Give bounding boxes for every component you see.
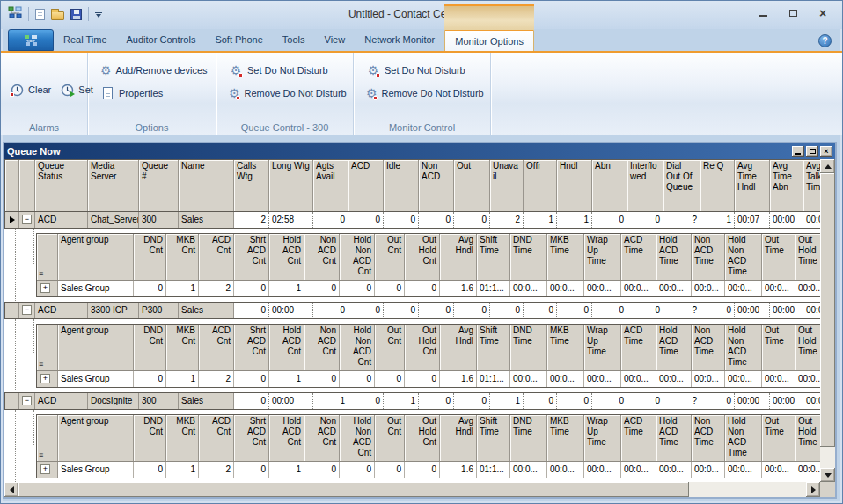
agent-cell-wrap-up-time[interactable]: 00:0... [584,281,621,296]
agent-column-header-out-hold-time[interactable]: Out Hold Time [795,415,820,461]
agent-name-cell[interactable]: Sales Group [58,371,134,387]
collapse-icon[interactable]: − [22,396,32,405]
agent-column-header-non-acd-cnt[interactable]: Non ACD Cnt [304,415,340,461]
agent-cell-out-hold-time[interactable]: 00:0... [795,462,820,478]
queue-remove-dnd-button[interactable]: ⚙ Remove Do Not Disturb [229,86,344,100]
agent-cell-hold-acd-cnt[interactable]: 1 [269,462,304,478]
agent-cell-out-hold-cnt[interactable]: 0 [405,281,440,296]
agent-row[interactable]: +Sales Group0120100001.601:1...00:0...00… [37,280,820,296]
column-header-avg-time-hndl[interactable]: Avg Time Hndl [735,160,770,211]
column-header-non-acd[interactable]: Non ACD [419,160,454,211]
queue-cell-long-wtg[interactable]: 00:00 [269,303,313,318]
queue-cell-offr[interactable]: 0 [524,393,557,409]
queue-cell-hndl[interactable]: 0 [557,303,592,318]
expand-icon[interactable]: + [40,283,50,293]
queue-cell-name[interactable]: Sales [179,303,234,318]
column-header-hndl[interactable]: Hndl [557,160,592,211]
agent-selector-header[interactable]: ≡ [37,234,58,280]
queue-cell-re-q[interactable]: 0 [700,393,735,409]
column-header-queue[interactable]: Queue # [139,160,179,211]
column-header-offr[interactable]: Offr [524,160,557,211]
column-header-queue-status[interactable]: Queue Status [35,160,88,211]
agent-column-header-hold-acd-time[interactable]: Hold ACD Time [656,234,692,280]
agent-column-header-mkb-time[interactable]: MKB Time [547,234,584,280]
monitor-set-dnd-button[interactable]: ⚙ Set Do Not Disturb [366,63,481,77]
queue-cell-unavail[interactable]: 2 [490,212,524,228]
agent-cell-shift-time[interactable]: 01:1... [477,281,510,296]
horizontal-scrollbar[interactable] [4,482,820,497]
agent-cell-acd-time[interactable]: 00:0... [621,462,656,478]
agent-column-header-agent-group[interactable]: Agent group [58,234,134,280]
agent-column-header-dnd-time[interactable]: DND Time [510,325,547,370]
queue-cell-non-acd[interactable]: 0 [419,393,454,409]
queue-cell-queue[interactable]: 300 [139,393,179,409]
agent-selector-header[interactable]: ≡ [37,415,58,461]
agent-column-header-non-acd-time[interactable]: Non ACD Time [692,325,725,370]
agent-column-header-out-hold-cnt[interactable]: Out Hold Cnt [405,234,440,280]
queue-row[interactable]: −ACD3300 ICPP300Sales000:000000000000?00… [4,302,820,319]
queue-cell-avg-talk-time[interactable]: 00:00 [803,393,820,409]
queue-cell-media-server[interactable]: DocsIgnite [88,393,139,409]
column-header-unavail[interactable]: Unavail [490,160,524,211]
agent-cell-acd-cnt[interactable]: 2 [199,462,234,478]
queue-cell-media-server[interactable]: 3300 ICP [88,303,139,318]
vertical-scrollbar[interactable] [820,159,835,482]
agent-row[interactable]: +Sales Group0120100001.601:1...00:0...00… [37,461,820,478]
agent-column-header-dnd-time[interactable]: DND Time [510,415,547,461]
agent-cell-non-acd-cnt[interactable]: 0 [304,462,340,478]
scroll-up-button[interactable] [820,159,835,173]
agent-selector-header[interactable]: ≡ [37,325,58,370]
queue-now-titlebar[interactable]: Queue Now × [4,143,835,159]
queue-cell-re-q[interactable]: 0 [700,303,735,318]
column-header-interflowed[interactable]: Interflowed [627,160,663,211]
agent-column-header-hold-non-acd-cnt[interactable]: Hold Non ACD Cnt [340,415,375,461]
agent-column-header-out-hold-cnt[interactable]: Out Hold Cnt [405,325,440,370]
agent-column-header-hold-acd-time[interactable]: Hold ACD Time [656,415,692,461]
agent-cell-dnd-cnt[interactable]: 0 [134,462,166,478]
agent-column-header-dnd-cnt[interactable]: DND Cnt [134,325,166,370]
agent-column-header-out-cnt[interactable]: Out Cnt [375,234,405,280]
queue-cell-calls-wtg[interactable]: 0 [234,393,269,409]
agent-column-header-avg-hndl[interactable]: Avg Hndl [440,234,477,280]
agent-cell-acd-time[interactable]: 00:0... [621,281,656,296]
queue-cell-agts-avail[interactable]: 0 [313,212,348,228]
collapse-icon[interactable]: − [22,305,32,315]
column-header-calls-wtg[interactable]: Calls Wtg [234,160,269,211]
queue-cell-dial-out-of-queue[interactable]: ? [663,212,700,228]
queue-cell-avg-time-abn[interactable]: 00:00 [770,303,803,318]
agent-cell-out-cnt[interactable]: 0 [375,281,405,296]
agent-cell-dnd-cnt[interactable]: 0 [134,281,166,296]
queue-cell-acd[interactable]: 0 [348,393,384,409]
tab-monitor-options[interactable]: Monitor Options [444,29,534,51]
agent-column-header-non-acd-cnt[interactable]: Non ACD Cnt [304,325,340,370]
column-header-name[interactable]: Name [179,160,234,211]
agent-column-header-out-hold-time[interactable]: Out Hold Time [795,234,820,280]
agent-cell-wrap-up-time[interactable]: 00:0... [584,371,621,387]
scroll-left-button[interactable] [4,482,18,497]
agent-cell-avg-hndl[interactable]: 1.6 [440,462,477,478]
expand-column-header[interactable] [19,160,35,211]
agent-column-header-acd-cnt[interactable]: ACD Cnt [199,234,234,280]
queue-cell-queue-status[interactable]: ACD [35,393,88,409]
queue-cell-interflowed[interactable]: 0 [627,212,663,228]
agent-cell-non-acd-cnt[interactable]: 0 [304,281,340,296]
agent-cell-out-time[interactable]: 00:0... [762,371,795,387]
customize-toolbar-arrow-icon[interactable] [95,11,102,18]
queue-cell-avg-time-hndl[interactable]: 00:07 [735,212,770,228]
expand-icon[interactable]: + [40,374,50,383]
agent-column-header-dnd-cnt[interactable]: DND Cnt [134,415,166,461]
column-header-long-wtg[interactable]: Long Wtg [269,160,313,211]
agent-column-header-mkb-cnt[interactable]: MKB Cnt [166,415,199,461]
queue-cell-abn[interactable]: 0 [592,212,627,228]
collapse-icon[interactable]: − [22,215,32,224]
close-button[interactable]: × [816,7,830,19]
agent-column-header-acd-cnt[interactable]: ACD Cnt [199,325,234,370]
queue-cell-out[interactable]: 0 [454,303,490,318]
agent-cell-out-hold-cnt[interactable]: 0 [405,462,440,478]
queue-cell-out[interactable]: 0 [454,212,490,228]
agent-column-header-out-hold-cnt[interactable]: Out Hold Cnt [405,415,440,461]
agent-cell-hold-acd-time[interactable]: 00:0... [656,281,692,296]
queue-cell-calls-wtg[interactable]: 0 [234,303,269,318]
agent-column-header-avg-hndl[interactable]: Avg Hndl [440,415,477,461]
agent-cell-hold-non-acd-cnt[interactable]: 0 [340,281,375,296]
